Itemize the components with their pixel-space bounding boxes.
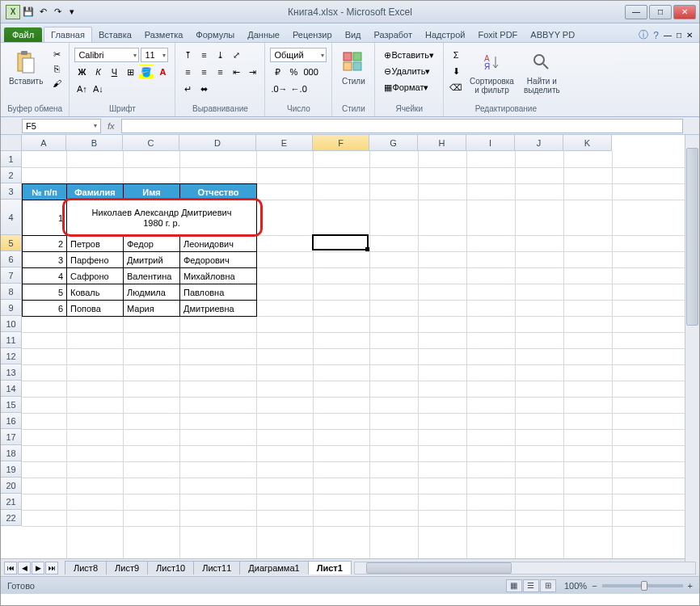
sheet-tab-Лист8[interactable]: Лист8 [65, 561, 107, 574]
dec-decimal-icon[interactable]: ←.0 [290, 82, 308, 96]
row-header-6[interactable]: 6 [1, 251, 22, 267]
view-layout-icon[interactable]: ☰ [523, 579, 539, 592]
view-normal-icon[interactable]: ▦ [506, 579, 522, 592]
doc-min-icon[interactable]: — [664, 31, 672, 40]
zoom-slider[interactable] [602, 584, 683, 587]
wrap-text-icon[interactable]: ↵ [180, 82, 195, 96]
number-format-combo[interactable]: Общий [270, 48, 327, 62]
file-tab[interactable]: Файл [4, 27, 42, 42]
fx-icon[interactable]: fx [101, 121, 121, 131]
increase-font-icon[interactable]: A↑ [74, 82, 89, 96]
paste-button[interactable]: Вставить [6, 48, 46, 87]
doc-restore-icon[interactable]: □ [677, 31, 681, 40]
sheet-tab-Лист1[interactable]: Лист1 [308, 561, 352, 574]
row-header-2[interactable]: 2 [1, 167, 22, 183]
font-color-button[interactable]: A [155, 65, 170, 79]
align-right-icon[interactable]: ≡ [213, 65, 227, 79]
save-icon[interactable]: 💾 [22, 6, 35, 19]
row-header-9[interactable]: 9 [1, 300, 22, 316]
font-size-combo[interactable]: 11 [141, 48, 168, 62]
row-header-8[interactable]: 8 [1, 284, 22, 300]
sheet-nav-next-icon[interactable]: ▶ [32, 562, 44, 574]
merge-icon[interactable]: ⬌ [196, 82, 211, 96]
formula-input[interactable] [121, 119, 683, 133]
insert-cells-button[interactable]: ⊕ Вставить ▾ [380, 48, 438, 62]
format-cells-button[interactable]: ▦ Формат ▾ [380, 80, 432, 95]
view-pagebreak-icon[interactable]: ⊞ [540, 579, 556, 592]
cells-area[interactable]: № п/п Фамилия Имя Отчество 1 Николаев Ал… [22, 151, 699, 558]
row-header-15[interactable]: 15 [1, 397, 22, 413]
doc-close-icon[interactable]: ✕ [686, 31, 693, 40]
bold-button[interactable]: Ж [74, 65, 89, 79]
row-header-17[interactable]: 17 [1, 429, 22, 445]
select-all-corner[interactable] [1, 135, 22, 151]
fill-color-button[interactable]: 🪣 [139, 65, 154, 79]
hscroll-thumb[interactable] [366, 562, 512, 574]
column-header-D[interactable]: D [179, 135, 256, 151]
clear-icon[interactable]: ⌫ [449, 80, 463, 95]
sheet-tab-Лист9[interactable]: Лист9 [106, 561, 148, 574]
tab-formulas[interactable]: Формулы [189, 27, 241, 42]
column-header-E[interactable]: E [256, 135, 313, 151]
cut-icon[interactable]: ✂ [49, 48, 64, 61]
active-cell[interactable] [312, 234, 369, 250]
table-row[interactable]: 6 [23, 301, 67, 317]
row-header-11[interactable]: 11 [1, 332, 22, 348]
sheet-nav-last-icon[interactable]: ⏭ [45, 562, 58, 574]
row-header-14[interactable]: 14 [1, 381, 22, 397]
tab-home[interactable]: Главная [44, 27, 92, 42]
sheet-nav-prev-icon[interactable]: ◀ [18, 562, 31, 574]
row-header-3[interactable]: 3 [1, 183, 22, 200]
column-header-I[interactable]: I [466, 135, 515, 151]
row-header-19[interactable]: 19 [1, 461, 22, 478]
align-top-icon[interactable]: ⤒ [180, 48, 195, 62]
orientation-icon[interactable]: ⤢ [229, 48, 243, 62]
row-header-22[interactable]: 22 [1, 510, 22, 526]
tab-review[interactable]: Рецензир [286, 27, 339, 42]
row-header-13[interactable]: 13 [1, 364, 22, 381]
maximize-button[interactable]: □ [649, 5, 672, 19]
row-header-1[interactable]: 1 [1, 151, 22, 167]
fill-icon[interactable]: ⬇ [449, 64, 463, 78]
tab-foxit[interactable]: Foxit PDF [471, 27, 524, 42]
horizontal-scrollbar[interactable] [354, 562, 696, 574]
align-center-icon[interactable]: ≡ [196, 65, 211, 79]
align-left-icon[interactable]: ≡ [180, 65, 195, 79]
tab-insert[interactable]: Вставка [92, 27, 138, 42]
sort-filter-button[interactable]: АЯ Сортировка и фильтр [466, 48, 517, 96]
italic-button[interactable]: К [91, 65, 105, 79]
row-header-10[interactable]: 10 [1, 316, 22, 332]
row-header-16[interactable]: 16 [1, 413, 22, 429]
align-bottom-icon[interactable]: ⤓ [213, 48, 227, 62]
indent-inc-icon[interactable]: ⇥ [245, 65, 259, 79]
redo-icon[interactable]: ↷ [51, 6, 64, 19]
format-painter-icon[interactable]: 🖌 [49, 77, 64, 90]
font-name-combo[interactable]: Calibri [74, 48, 139, 62]
zoom-level[interactable]: 100% [564, 581, 587, 591]
inc-decimal-icon[interactable]: .0→ [270, 82, 288, 96]
close-button[interactable]: ✕ [673, 5, 696, 19]
column-header-K[interactable]: K [563, 135, 612, 151]
zoom-in-icon[interactable]: + [688, 581, 693, 591]
find-select-button[interactable]: Найти и выделить [521, 48, 563, 96]
row-header-20[interactable]: 20 [1, 478, 22, 494]
vertical-scrollbar[interactable] [685, 135, 699, 570]
table-row[interactable]: 3 [23, 252, 67, 268]
name-box[interactable]: F5 [22, 119, 101, 133]
sheet-tab-Лист11[interactable]: Лист11 [193, 561, 240, 574]
copy-icon[interactable]: ⎘ [49, 62, 64, 75]
undo-icon[interactable]: ↶ [36, 6, 49, 19]
delete-cells-button[interactable]: ⊖ Удалить ▾ [380, 64, 434, 78]
sheet-tab-Диаграмма1[interactable]: Диаграмма1 [239, 561, 308, 574]
column-header-G[interactable]: G [369, 135, 418, 151]
minimize-ribbon-icon[interactable]: ⓘ [639, 28, 648, 42]
column-header-B[interactable]: B [66, 135, 123, 151]
minimize-button[interactable]: — [625, 5, 647, 19]
cell-a4[interactable]: 1 [23, 200, 67, 236]
table-row[interactable]: 4 [23, 268, 67, 284]
comma-icon[interactable]: 000 [302, 65, 318, 79]
vscroll-thumb[interactable] [686, 148, 698, 326]
row-header-5[interactable]: 5 [1, 235, 22, 251]
styles-button[interactable]: Стили [337, 48, 369, 87]
tab-view[interactable]: Вид [339, 27, 368, 42]
